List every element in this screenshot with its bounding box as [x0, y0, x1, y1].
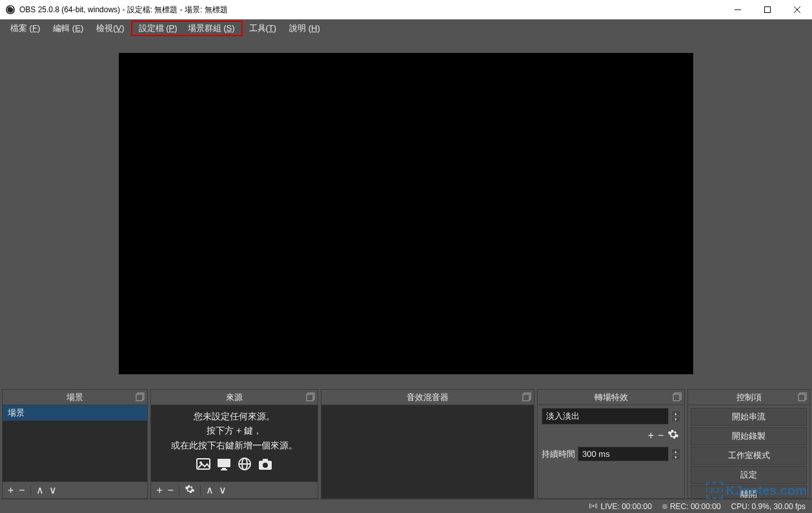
mixer-body[interactable]: [321, 405, 534, 498]
separator: [30, 485, 31, 496]
status-live: LIVE: 00:00:00: [589, 502, 651, 511]
source-properties-button[interactable]: [185, 484, 195, 497]
svg-point-20: [263, 463, 268, 468]
settings-button[interactable]: 設定: [691, 466, 807, 484]
dock-sources-header: 來源: [151, 390, 317, 405]
svg-rect-24: [673, 394, 680, 401]
dock-scenes-title: 場景: [66, 392, 83, 403]
duration-label: 持續時間: [542, 448, 575, 460]
sources-list[interactable]: 您未設定任何來源。 按下方 + 鍵， 或在此按下右鍵新增一個來源。: [151, 405, 317, 481]
popout-icon[interactable]: [673, 392, 682, 401]
preview-area: [0, 37, 812, 389]
remove-source-button[interactable]: −: [168, 485, 174, 496]
image-source-icon: [196, 456, 211, 476]
scenes-toolbar: + − ∧ ∨: [3, 481, 147, 498]
window-controls: [723, 0, 812, 19]
start-recording-button[interactable]: 開始錄製: [691, 427, 807, 445]
scenes-list[interactable]: 場景: [3, 405, 147, 481]
popout-icon[interactable]: [798, 392, 807, 401]
sources-empty-line: 或在此按下右鍵新增一個來源。: [151, 438, 317, 452]
status-cpu-text: CPU: 0.9%, 30.00 fps: [731, 502, 806, 511]
dock-controls-title: 控制項: [736, 392, 762, 403]
menu-tools[interactable]: 工具(T): [243, 21, 283, 36]
svg-rect-26: [798, 394, 805, 401]
svg-rect-12: [218, 459, 230, 467]
close-button[interactable]: [782, 0, 812, 19]
scene-item[interactable]: 場景: [3, 405, 147, 421]
menu-help[interactable]: 說明 (H): [283, 21, 327, 36]
dock-sources-title: 來源: [226, 392, 243, 403]
add-transition-button[interactable]: +: [648, 430, 654, 441]
display-source-icon: [216, 456, 232, 476]
svg-rect-3: [765, 7, 771, 13]
minimize-button[interactable]: [723, 0, 753, 19]
move-source-up-button[interactable]: ∧: [206, 484, 214, 496]
sources-empty-message: 您未設定任何來源。 按下方 + 鍵， 或在此按下右鍵新增一個來源。: [151, 405, 317, 476]
dock-controls: 控制項 開始串流 開始錄製 工作室模式 設定 離開: [687, 389, 810, 499]
menubar: 檔案 (F) 編輯 (E) 檢視(V) 設定檔 (P) 場景群組 (S) 工具(…: [0, 19, 812, 37]
dock-mixer-title: 音效混音器: [407, 392, 449, 403]
dock-scenes-header: 場景: [3, 390, 147, 405]
transitions-body: 淡入淡出 ▴▾ + − 持續時間 300 ms ▴▾: [538, 405, 684, 498]
separator: [179, 485, 179, 496]
separator: [200, 485, 201, 496]
dock-transitions-header: 轉場特效: [538, 390, 684, 405]
status-cpu: CPU: 0.9%, 30.00 fps: [731, 502, 806, 511]
duration-spinner[interactable]: ▴▾: [671, 448, 680, 460]
camera-source-icon: [258, 456, 273, 476]
status-rec-text: REC: 00:00:00: [670, 502, 721, 511]
menu-scene-collection[interactable]: 場景群組 (S): [183, 22, 240, 35]
menu-file[interactable]: 檔案 (F): [4, 21, 46, 36]
sources-empty-line: 您未設定任何來源。: [151, 409, 317, 423]
svg-point-27: [593, 505, 594, 507]
statusbar: LIVE: 00:00:00 REC: 00:00:00 CPU: 0.9%, …: [0, 499, 812, 513]
svg-rect-9: [307, 394, 313, 401]
add-scene-button[interactable]: +: [8, 485, 14, 496]
sources-empty-line: 按下方 + 鍵，: [151, 423, 317, 438]
menu-highlight-box: 設定檔 (P) 場景群組 (S): [131, 21, 243, 36]
obs-app-icon: [5, 5, 15, 15]
menu-view[interactable]: 檢視(V): [90, 21, 130, 36]
dock-controls-header: 控制項: [688, 390, 809, 405]
broadcast-icon: [589, 502, 598, 511]
globe-source-icon: [237, 456, 252, 476]
status-rec: REC: 00:00:00: [662, 502, 721, 511]
studio-mode-button[interactable]: 工作室模式: [691, 447, 807, 465]
dock-mixer-header: 音效混音器: [321, 390, 534, 405]
dock-transitions: 轉場特效 淡入淡出 ▴▾ + − 持續時間 300 ms: [537, 389, 685, 499]
remove-transition-button[interactable]: −: [658, 430, 664, 441]
window-titlebar: OBS 25.0.8 (64-bit, windows) - 設定檔: 無標題 …: [0, 0, 812, 19]
controls-body: 開始串流 開始錄製 工作室模式 設定 離開: [688, 405, 809, 498]
menu-profile[interactable]: 設定檔 (P): [134, 22, 183, 35]
move-scene-up-button[interactable]: ∧: [36, 484, 44, 496]
transition-select-spinner[interactable]: ▴▾: [671, 410, 680, 422]
svg-rect-22: [523, 394, 529, 401]
dock-transitions-title: 轉場特效: [594, 392, 628, 403]
move-source-down-button[interactable]: ∨: [219, 484, 227, 496]
sources-toolbar: + − ∧ ∨: [151, 481, 317, 498]
preview-canvas[interactable]: [119, 53, 693, 374]
popout-icon[interactable]: [306, 392, 315, 401]
popout-icon[interactable]: [522, 392, 531, 401]
maximize-button[interactable]: [753, 0, 782, 19]
status-live-text: LIVE: 00:00:00: [600, 502, 651, 511]
dock-mixer: 音效混音器: [321, 389, 534, 499]
move-scene-down-button[interactable]: ∨: [49, 484, 57, 496]
transition-properties-button[interactable]: [667, 428, 679, 443]
svg-rect-14: [221, 469, 227, 470]
menu-edit[interactable]: 編輯 (E): [46, 21, 90, 36]
svg-rect-19: [263, 459, 268, 461]
popout-icon[interactable]: [136, 392, 145, 401]
remove-scene-button[interactable]: −: [19, 485, 25, 496]
svg-rect-7: [136, 394, 143, 401]
record-dot-icon: [662, 504, 667, 509]
transition-select[interactable]: 淡入淡出: [542, 408, 669, 425]
sources-hint-icons: [151, 456, 317, 476]
exit-button[interactable]: 離開: [691, 485, 807, 498]
dock-row: 場景 場景 + − ∧ ∨ 來源 您未設定任何來源。: [0, 389, 812, 499]
dock-scenes: 場景 場景 + − ∧ ∨: [2, 389, 148, 499]
duration-input[interactable]: 300 ms: [578, 447, 669, 461]
start-streaming-button[interactable]: 開始串流: [691, 408, 807, 426]
dock-sources: 來源 您未設定任何來源。 按下方 + 鍵， 或在此按下右鍵新增一個來源。: [150, 389, 318, 499]
add-source-button[interactable]: +: [156, 485, 162, 496]
